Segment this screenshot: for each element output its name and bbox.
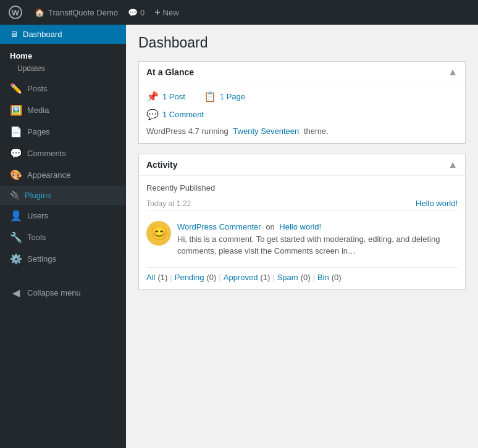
pages-icon: 📄 [10,126,22,138]
glance-posts[interactable]: 📌 1 Post [146,91,185,102]
main-content: Dashboard At a Glance ▲ 📌 1 Post 📋 1 Pag… [126,25,478,448]
glance-page-count[interactable]: 1 Page [220,92,245,101]
sep3: | [272,273,274,282]
comment-section: 😊 WordPress Commenter on Hello world! Hi… [146,211,458,267]
plugins-menu-wrap: 🔌 Plugins Installed Plugins Add New Edit… [0,186,126,205]
media-icon: 🖼️ [10,104,22,116]
sidebar-item-comments[interactable]: 💬 Comments [0,143,126,164]
sidebar-appearance-label: Appearance [27,170,70,180]
sidebar-collapse-label: Collapse menu [27,288,81,297]
admin-bar: W 🏠 TransitQuote Demo 💬 0 + New [0,0,478,25]
pending-count: (0) [206,273,216,282]
commenter-name-link[interactable]: WordPress Commenter [177,222,261,231]
sidebar-item-posts[interactable]: ✏️ Posts [0,78,126,99]
site-name-text: TransitQuote Demo [48,8,118,17]
commenter-row: 😊 WordPress Commenter on Hello world! Hi… [146,216,458,262]
activity-title: Activity [146,160,178,170]
comments-approved-link[interactable]: Approved [224,273,258,282]
comment-meta: WordPress Commenter on Hello world! Hi, … [177,221,458,257]
comments-icon: 💬 [10,147,22,159]
activity-post-row: Today at 1:22 Hello world! [146,196,458,211]
comment-filter-links: All (1) | Pending (0) | Approved (1) | S… [146,267,458,282]
collapse-icon: ◀ [10,287,22,299]
theme-name-link[interactable]: Twenty Seventeen [233,127,299,136]
new-label: New [163,8,179,17]
sidebar-item-tools[interactable]: 🔧 Tools [0,226,126,248]
commenter-line: WordPress Commenter on Hello world! [177,221,458,233]
glance-comment-count[interactable]: 1 Comment [162,110,204,119]
all-count: (1) [157,273,167,282]
plugins-icon: 🔌 [10,191,20,200]
wp-wrap: 🖥 Dashboard Home Updates ✏️ Posts 🖼️ Med… [0,25,478,448]
sidebar-plugins-label: Plugins [25,191,51,200]
sep2: | [219,273,220,282]
spam-count: (0) [301,273,311,282]
wp-logo[interactable]: W [6,3,25,22]
comments-spam-link[interactable]: Spam [277,273,298,282]
on-text: on [266,222,274,231]
sidebar-item-settings[interactable]: ⚙️ Settings [0,248,126,270]
glance-pages[interactable]: 📋 1 Page [204,91,245,102]
dashboard-icon: 🖥 [10,30,18,39]
sidebar-pages-label: Pages [27,127,50,136]
admin-menu: 🖥 Dashboard Home Updates ✏️ Posts 🖼️ Med… [0,25,126,448]
sidebar-item-media[interactable]: 🖼️ Media [0,99,126,121]
comments-count: 0 [140,8,145,17]
comment-post-link[interactable]: Hello world! [279,222,321,231]
avatar-emoji: 😊 [151,225,167,241]
approved-count: (1) [260,273,270,282]
wp-version-text: WordPress 4.7 running Twenty Seventeen t… [146,127,458,136]
sidebar-item-dashboard[interactable]: 🖥 Dashboard [0,25,126,44]
bin-count: (0) [332,273,342,282]
comment-body: Hi, this is a comment. To get started wi… [177,233,458,257]
activity-widget: Activity ▲ Recently Published Today at 1… [138,154,466,290]
sidebar-item-appearance[interactable]: 🎨 Appearance [0,164,126,186]
at-a-glance-widget: At a Glance ▲ 📌 1 Post 📋 1 Page 💬 1 [138,61,466,144]
sidebar-item-users[interactable]: 👤 Users [0,205,126,226]
comments-bin-link[interactable]: Bin [317,273,329,282]
glance-post-count[interactable]: 1 Post [162,92,185,101]
sidebar-users-label: Users [27,211,48,220]
users-icon: 👤 [10,210,22,222]
sidebar-dashboard-label: Dashboard [23,30,62,39]
sidebar-posts-label: Posts [27,84,48,93]
sidebar-media-label: Media [27,106,49,115]
comments-pending-link[interactable]: Pending [175,273,204,282]
page-icon: 📋 [204,91,216,102]
at-a-glance-toggle[interactable]: ▲ [448,67,458,78]
sidebar-home-label[interactable]: Home [0,44,126,63]
plus-icon: + [154,7,160,18]
house-icon: 🏠 [35,8,44,17]
glance-stats-row: 📌 1 Post 📋 1 Page [146,91,458,102]
comment-bubble-icon: 💬 [128,8,138,17]
page-title: Dashboard [138,35,466,51]
adminbar-new[interactable]: + New [154,7,178,18]
sep4: | [313,273,315,282]
sep1: | [170,273,172,282]
adminbar-site-name[interactable]: 🏠 TransitQuote Demo [35,8,118,17]
at-a-glance-header: At a Glance ▲ [139,62,465,83]
at-a-glance-body: 📌 1 Post 📋 1 Page 💬 1 Comment WordPress … [139,83,465,143]
activity-post-date: Today at 1:22 [146,199,191,208]
settings-icon: ⚙️ [10,253,22,265]
recently-published-label: Recently Published [146,183,458,193]
activity-toggle[interactable]: ▲ [448,159,458,170]
comments-all-link[interactable]: All [146,273,155,282]
sidebar-item-pages[interactable]: 📄 Pages [0,121,126,143]
sidebar-collapse[interactable]: ◀ Collapse menu [0,282,126,304]
sidebar-settings-label: Settings [27,254,56,263]
svg-text:W: W [12,8,20,17]
activity-header: Activity ▲ [139,154,465,176]
posts-icon: ✏️ [10,83,22,94]
sidebar-item-plugins[interactable]: 🔌 Plugins [0,186,126,205]
appearance-icon: 🎨 [10,169,22,181]
theme-suffix: theme. [304,127,329,136]
wp-version-prefix: WordPress 4.7 running [146,127,229,136]
adminbar-comments[interactable]: 💬 0 [128,8,145,17]
avatar: 😊 [146,221,171,246]
sidebar-updates-label[interactable]: Updates [0,63,126,78]
comment-icon-small: 💬 [146,109,159,120]
glance-comments-row: 💬 1 Comment [146,109,458,120]
activity-post-link[interactable]: Hello world! [416,199,458,208]
tools-icon: 🔧 [10,231,22,243]
